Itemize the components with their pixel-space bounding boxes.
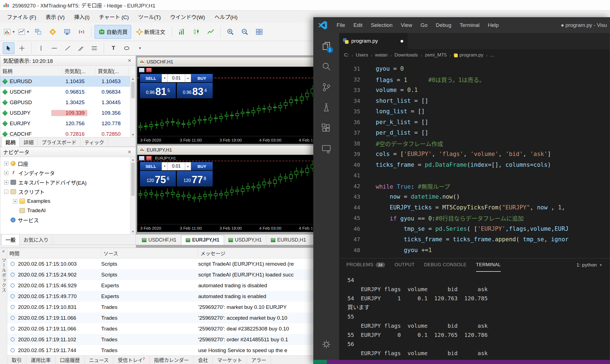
navigator-scrollbar[interactable]: ▲ ▼ bbox=[130, 157, 136, 234]
source-control-icon[interactable] bbox=[320, 81, 332, 93]
vscode-menu-item[interactable]: View bbox=[397, 20, 416, 30]
buy-button[interactable]: BUY bbox=[191, 74, 213, 82]
new-chart-button[interactable]: ▼ bbox=[3, 25, 16, 39]
text-tool-button[interactable]: T bbox=[108, 42, 119, 54]
chart-window-eurjpy[interactable]: EURJPY,H1 EURJPY,H1 SELL ▼ 0.01 ▲ BUY 12… bbox=[137, 145, 331, 232]
close-icon[interactable]: × bbox=[126, 149, 133, 155]
terminal-picker[interactable]: 1: python▼ bbox=[576, 262, 603, 268]
chart-tab[interactable]: EURJPY,H1 bbox=[181, 235, 224, 245]
buy-price-panel[interactable]: 120778 bbox=[177, 171, 213, 186]
breadcrumb-item[interactable]: zemi_MT5 bbox=[425, 52, 447, 58]
tree-expander-icon[interactable]: - bbox=[4, 190, 8, 194]
navigator-tree-item[interactable]: + エキスパートアドバイザ(EA) bbox=[0, 178, 130, 187]
mt5-menu-item[interactable]: 表示 (V) bbox=[41, 11, 70, 22]
sell-price-panel[interactable]: 120756 bbox=[140, 171, 176, 186]
toolbox-tab[interactable]: マーケット bbox=[213, 355, 247, 364]
remote-indicator[interactable] bbox=[314, 360, 327, 364]
tree-expander-icon[interactable]: + bbox=[4, 162, 8, 166]
trendline-tool-button[interactable] bbox=[62, 42, 73, 54]
scroll-up-icon[interactable]: ▲ bbox=[130, 157, 136, 162]
vscode-menu-item[interactable]: Debug bbox=[432, 20, 456, 30]
scroll-down-icon[interactable]: ▼ bbox=[130, 132, 136, 137]
vscode-menu-item[interactable]: Edit bbox=[349, 20, 367, 30]
column-header[interactable]: 売気配(... bbox=[62, 67, 96, 75]
breadcrumb-item[interactable]: Users bbox=[356, 52, 368, 58]
buy-button[interactable]: BUY bbox=[191, 162, 213, 170]
navigator-tree-item[interactable]: サービス bbox=[0, 215, 130, 225]
close-icon[interactable]: × bbox=[0, 249, 7, 254]
chart-flag-icon[interactable] bbox=[146, 68, 152, 72]
mt5-menu-item[interactable]: ファイル (F) bbox=[2, 11, 41, 22]
navigator-tree-item[interactable]: + 口座 bbox=[0, 159, 130, 168]
volume-dropdown-icon[interactable]: ▼ bbox=[162, 74, 168, 82]
auto-trading-button[interactable]: 自動売買 bbox=[95, 25, 131, 39]
market-watch-tab[interactable]: ティック bbox=[80, 137, 108, 147]
zoom-out-button[interactable] bbox=[238, 25, 251, 39]
navigator-tab[interactable]: お気に入り bbox=[20, 235, 53, 244]
breadcrumb-item[interactable]: C: bbox=[344, 52, 349, 58]
line-chart-mode-button[interactable] bbox=[204, 25, 217, 39]
mt5-menu-item[interactable]: ツール(T) bbox=[134, 11, 166, 22]
chart-menu-icon[interactable] bbox=[139, 156, 144, 160]
search-icon[interactable] bbox=[320, 61, 332, 73]
chart-window-usdchf[interactable]: USDCHF,H1 SELL ▼ 0.01 ▲ BUY 0.96815 0.96… bbox=[137, 57, 331, 144]
tree-expander-icon[interactable]: + bbox=[13, 199, 17, 203]
column-header[interactable]: ソース bbox=[101, 250, 198, 257]
signal-button[interactable] bbox=[75, 25, 88, 39]
mt5-menu-item[interactable]: ヘルプ(H) bbox=[210, 11, 242, 22]
column-header[interactable]: 銘柄 bbox=[0, 67, 62, 75]
panel-tab-debug-console[interactable]: DEBUG CONSOLE bbox=[424, 258, 467, 272]
market-watch-row[interactable]: EURUSD 1.10435 1.10453 bbox=[0, 76, 130, 87]
close-icon[interactable]: × bbox=[126, 57, 133, 64]
crosshair-tool-button[interactable] bbox=[16, 42, 28, 54]
column-header[interactable]: 買気配(... bbox=[96, 67, 129, 75]
tile-windows-button[interactable] bbox=[253, 25, 266, 39]
more-tools-dropdown[interactable]: ▼ bbox=[134, 42, 146, 54]
scrollbar-thumb[interactable] bbox=[131, 163, 135, 196]
toolbox-tab[interactable]: 指標カレンダー bbox=[149, 355, 194, 364]
terminal-button[interactable] bbox=[60, 25, 74, 39]
fibonacci-tool-button[interactable] bbox=[88, 42, 100, 54]
profiles-button[interactable]: ▼ bbox=[17, 25, 30, 39]
market-watch-row[interactable]: EURJPY 120.756 120.778 bbox=[0, 118, 130, 129]
shapes-tool-button[interactable] bbox=[121, 42, 133, 54]
market-watch-row[interactable]: USDCHF 0.96815 0.96834 bbox=[0, 87, 130, 97]
chart-tab[interactable]: EURUSD,H1 bbox=[266, 235, 311, 245]
navigator-tree-item[interactable]: + Examples bbox=[0, 196, 130, 206]
mt5-menu-item[interactable]: ウインドウ(W) bbox=[166, 11, 210, 22]
channel-tool-button[interactable] bbox=[75, 42, 87, 54]
run-debug-icon[interactable] bbox=[320, 102, 332, 114]
breadcrumb-item[interactable]: Downloads bbox=[395, 52, 418, 58]
market-watch-row[interactable]: CADCHF 0.72816 0.72850 bbox=[0, 129, 130, 137]
sell-button[interactable]: SELL bbox=[140, 162, 162, 170]
volume-up-icon[interactable]: ▲ bbox=[185, 162, 191, 170]
vscode-menu-item[interactable]: Go bbox=[416, 20, 431, 30]
toolbox-tab[interactable]: 取引 bbox=[7, 355, 26, 364]
market-watch-row[interactable]: USDJPY 109.339 109.356 bbox=[0, 108, 130, 118]
mt5-menu-item[interactable]: チャート (C) bbox=[94, 11, 133, 22]
tree-expander-icon[interactable]: + bbox=[4, 171, 8, 175]
chart-menu-icon[interactable] bbox=[139, 68, 144, 72]
explorer-icon[interactable]: 1 bbox=[320, 40, 332, 52]
toolbox-tab[interactable]: 口座履歴 bbox=[55, 355, 85, 364]
horizontal-line-tool-button[interactable] bbox=[49, 42, 60, 54]
vscode-menu-item[interactable]: Selection bbox=[367, 20, 396, 30]
market-watch-tab[interactable]: 銘柄 bbox=[1, 137, 20, 147]
terminal-output[interactable]: 54 EURJPY flags volume bid ask54 EURJPY … bbox=[339, 272, 610, 360]
panel-tab-output[interactable]: OUTPUT bbox=[395, 258, 415, 272]
panel-tab-terminal[interactable]: TERMINAL bbox=[476, 258, 501, 272]
sell-price-panel[interactable]: 0.96815 bbox=[140, 83, 176, 98]
vertical-line-tool-button[interactable] bbox=[35, 42, 47, 54]
toolbox-tab[interactable]: ニュース bbox=[85, 355, 113, 364]
market-watch-tab[interactable]: 詳細 bbox=[20, 137, 38, 147]
navigator-tree-item[interactable]: + f インディケータ bbox=[0, 168, 130, 178]
volume-dropdown-icon[interactable]: ▼ bbox=[162, 162, 168, 170]
vscode-menu-item[interactable]: Help bbox=[484, 20, 503, 30]
tab-program-py[interactable]: program.py ● bbox=[339, 33, 408, 49]
vscode-menu-item[interactable]: Terminal bbox=[456, 20, 484, 30]
breadcrumb-item[interactable]: program.py bbox=[454, 52, 483, 58]
vscode-menu-item[interactable]: File bbox=[332, 20, 349, 30]
toolbox-tab[interactable]: アラー bbox=[247, 355, 271, 364]
chart-canvas[interactable]: SELL ▼ 0.01 ▲ BUY 0.96815 0.96834 3 Feb … bbox=[137, 67, 331, 144]
toolbox-tab[interactable]: 運用比率 bbox=[26, 355, 55, 364]
